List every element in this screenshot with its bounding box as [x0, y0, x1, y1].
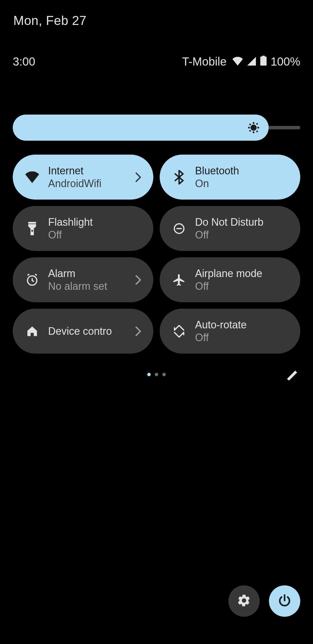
battery-icon: [260, 55, 267, 68]
tile-status: Off: [195, 332, 290, 344]
svg-rect-1: [260, 57, 267, 66]
pager-dot[interactable]: [162, 373, 166, 376]
svg-point-2: [251, 125, 256, 130]
pager-dot[interactable]: [155, 373, 158, 376]
tile-label: Auto-rotate: [195, 319, 290, 331]
tile-status: AndroidWifi: [48, 178, 133, 190]
tile-label: Device contro: [48, 325, 133, 337]
svg-rect-3: [28, 222, 36, 223]
wifi-icon: [232, 55, 243, 68]
chevron-right-icon[interactable]: [133, 172, 143, 182]
auto-rotate-icon: [171, 323, 187, 339]
home-icon: [24, 323, 40, 339]
time-label: 3:00: [13, 55, 35, 68]
tile-status: On: [195, 178, 290, 190]
tile-airplane[interactable]: Airplane mode Off: [160, 257, 300, 302]
svg-rect-0: [262, 56, 265, 57]
pager-dot[interactable]: [147, 373, 151, 376]
pager-row: [13, 366, 300, 383]
brightness-slider[interactable]: [13, 115, 300, 141]
wifi-icon: [24, 169, 40, 185]
tile-label: Flashlight: [48, 216, 143, 228]
tile-auto-rotate[interactable]: Auto-rotate Off: [160, 309, 300, 354]
tile-status: Off: [195, 229, 290, 241]
gear-icon: [237, 593, 251, 609]
statusbar: 3:00 T-Mobile 100%: [13, 55, 300, 68]
airplane-icon: [171, 272, 187, 288]
tile-label: Alarm: [48, 267, 133, 280]
edit-button[interactable]: [284, 366, 300, 383]
alarm-icon: [24, 272, 40, 288]
tile-label: Internet: [48, 165, 133, 177]
tile-internet[interactable]: Internet AndroidWifi: [13, 155, 153, 200]
power-icon: [277, 593, 292, 609]
signal-icon: [247, 55, 256, 68]
footer-buttons: [228, 585, 300, 617]
power-button[interactable]: [269, 585, 300, 617]
tile-flashlight[interactable]: Flashlight Off: [13, 206, 153, 251]
tile-device-controls[interactable]: Device contro: [13, 309, 153, 354]
tile-label: Airplane mode: [195, 267, 290, 280]
tile-alarm[interactable]: Alarm No alarm set: [13, 257, 153, 302]
tile-label: Bluetooth: [195, 165, 290, 177]
carrier-label: T-Mobile: [182, 55, 226, 68]
pager-dots[interactable]: [147, 373, 166, 376]
settings-button[interactable]: [228, 585, 260, 617]
brightness-icon: [247, 121, 261, 135]
tile-status: Off: [48, 229, 143, 241]
tile-status: No alarm set: [48, 280, 133, 292]
tile-label: Do Not Disturb: [195, 216, 290, 228]
chevron-right-icon[interactable]: [133, 275, 143, 285]
tile-dnd[interactable]: Do Not Disturb Off: [160, 206, 300, 251]
chevron-right-icon[interactable]: [133, 326, 143, 337]
tile-status: Off: [195, 280, 290, 292]
tiles-grid: Internet AndroidWifi Bluetooth On Flashl…: [13, 155, 300, 354]
svg-point-4: [31, 230, 33, 231]
bluetooth-icon: [171, 169, 187, 185]
battery-percent-label: 100%: [271, 55, 300, 68]
dnd-icon: [171, 221, 187, 236]
flashlight-icon: [24, 221, 40, 236]
tile-bluetooth[interactable]: Bluetooth On: [160, 155, 300, 200]
date-label: Mon, Feb 27: [13, 13, 300, 28]
